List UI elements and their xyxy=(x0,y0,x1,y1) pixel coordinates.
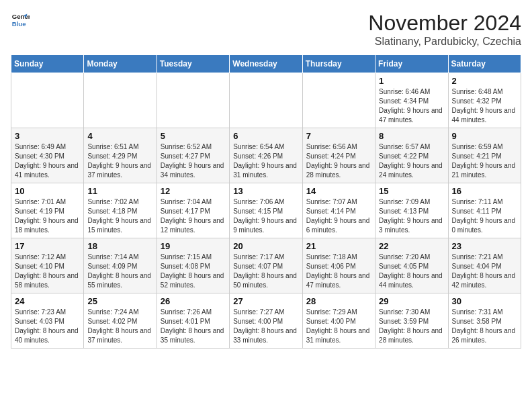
day-info: Sunrise: 6:51 AMSunset: 4:29 PMDaylight:… xyxy=(87,142,152,180)
week-row-5: 24Sunrise: 7:23 AMSunset: 4:03 PMDayligh… xyxy=(11,293,521,349)
day-info: Sunrise: 7:09 AMSunset: 4:13 PMDaylight:… xyxy=(379,197,444,235)
calendar-cell: 26Sunrise: 7:26 AMSunset: 4:01 PMDayligh… xyxy=(157,293,229,349)
day-number: 27 xyxy=(233,296,298,306)
day-number: 20 xyxy=(233,241,298,251)
calendar-cell: 11Sunrise: 7:02 AMSunset: 4:18 PMDayligh… xyxy=(84,183,157,238)
day-info: Sunrise: 7:27 AMSunset: 4:00 PMDaylight:… xyxy=(233,308,298,345)
calendar-cell: 9Sunrise: 6:59 AMSunset: 4:21 PMDaylight… xyxy=(448,128,521,183)
calendar-cell: 25Sunrise: 7:24 AMSunset: 4:02 PMDayligh… xyxy=(84,293,157,349)
calendar-body: 1Sunrise: 6:46 AMSunset: 4:34 PMDaylight… xyxy=(11,73,521,349)
location-title: Slatinany, Pardubicky, Czechia xyxy=(368,36,521,48)
weekday-header-monday: Monday xyxy=(84,55,157,73)
day-info: Sunrise: 7:29 AMSunset: 4:00 PMDaylight:… xyxy=(306,308,371,345)
calendar-cell: 22Sunrise: 7:20 AMSunset: 4:05 PMDayligh… xyxy=(375,238,448,293)
day-info: Sunrise: 7:17 AMSunset: 4:07 PMDaylight:… xyxy=(233,253,298,290)
day-number: 3 xyxy=(15,131,80,141)
day-info: Sunrise: 7:04 AMSunset: 4:17 PMDaylight:… xyxy=(161,197,226,235)
calendar-header: SundayMondayTuesdayWednesdayThursdayFrid… xyxy=(11,55,521,73)
day-number: 19 xyxy=(161,241,226,251)
week-row-2: 3Sunrise: 6:49 AMSunset: 4:30 PMDaylight… xyxy=(11,128,521,183)
calendar-cell: 30Sunrise: 7:31 AMSunset: 3:58 PMDayligh… xyxy=(448,293,521,349)
calendar-cell: 24Sunrise: 7:23 AMSunset: 4:03 PMDayligh… xyxy=(11,293,84,349)
calendar-cell: 10Sunrise: 7:01 AMSunset: 4:19 PMDayligh… xyxy=(11,183,84,238)
day-info: Sunrise: 6:52 AMSunset: 4:27 PMDaylight:… xyxy=(161,142,226,180)
day-number: 29 xyxy=(379,296,444,306)
day-info: Sunrise: 7:21 AMSunset: 4:04 PMDaylight:… xyxy=(452,253,517,290)
day-number: 15 xyxy=(379,186,444,196)
day-info: Sunrise: 6:54 AMSunset: 4:26 PMDaylight:… xyxy=(233,142,298,180)
weekday-header-wednesday: Wednesday xyxy=(230,55,302,73)
day-number: 9 xyxy=(452,131,517,141)
day-number: 10 xyxy=(15,186,80,196)
day-info: Sunrise: 7:01 AMSunset: 4:19 PMDaylight:… xyxy=(15,197,80,235)
calendar-cell: 15Sunrise: 7:09 AMSunset: 4:13 PMDayligh… xyxy=(375,183,448,238)
weekday-header-row: SundayMondayTuesdayWednesdayThursdayFrid… xyxy=(11,55,521,73)
day-info: Sunrise: 7:18 AMSunset: 4:06 PMDaylight:… xyxy=(306,253,371,290)
calendar-cell: 8Sunrise: 6:57 AMSunset: 4:22 PMDaylight… xyxy=(375,128,448,183)
day-info: Sunrise: 6:48 AMSunset: 4:32 PMDaylight:… xyxy=(452,87,517,125)
month-title: November 2024 xyxy=(368,11,521,36)
calendar-title-area: November 2024 Slatinany, Pardubicky, Cze… xyxy=(368,11,521,48)
day-info: Sunrise: 7:07 AMSunset: 4:14 PMDaylight:… xyxy=(306,197,371,235)
calendar-cell: 16Sunrise: 7:11 AMSunset: 4:11 PMDayligh… xyxy=(448,183,521,238)
day-info: Sunrise: 7:02 AMSunset: 4:18 PMDaylight:… xyxy=(87,197,152,235)
day-info: Sunrise: 7:31 AMSunset: 3:58 PMDaylight:… xyxy=(452,308,517,345)
page-header: General Blue General Blue November 2024 … xyxy=(11,11,521,48)
calendar-cell xyxy=(230,73,302,128)
svg-text:Blue: Blue xyxy=(12,20,26,28)
calendar-cell: 20Sunrise: 7:17 AMSunset: 4:07 PMDayligh… xyxy=(230,238,302,293)
calendar-cell xyxy=(302,73,375,128)
weekday-header-sunday: Sunday xyxy=(11,55,84,73)
calendar-cell: 28Sunrise: 7:29 AMSunset: 4:00 PMDayligh… xyxy=(302,293,375,349)
day-number: 14 xyxy=(306,186,371,196)
week-row-3: 10Sunrise: 7:01 AMSunset: 4:19 PMDayligh… xyxy=(11,183,521,238)
calendar-cell: 2Sunrise: 6:48 AMSunset: 4:32 PMDaylight… xyxy=(448,73,521,128)
day-number: 6 xyxy=(233,131,298,141)
weekday-header-saturday: Saturday xyxy=(448,55,521,73)
day-number: 28 xyxy=(306,296,371,306)
weekday-header-friday: Friday xyxy=(375,55,448,73)
day-info: Sunrise: 7:12 AMSunset: 4:10 PMDaylight:… xyxy=(15,253,80,290)
day-info: Sunrise: 7:11 AMSunset: 4:11 PMDaylight:… xyxy=(452,197,517,235)
day-number: 21 xyxy=(306,241,371,251)
calendar-cell: 1Sunrise: 6:46 AMSunset: 4:34 PMDaylight… xyxy=(375,73,448,128)
calendar-cell: 7Sunrise: 6:56 AMSunset: 4:24 PMDaylight… xyxy=(302,128,375,183)
calendar-cell xyxy=(157,73,229,128)
day-number: 24 xyxy=(15,296,80,306)
calendar-cell: 17Sunrise: 7:12 AMSunset: 4:10 PMDayligh… xyxy=(11,238,84,293)
day-number: 30 xyxy=(452,296,517,306)
day-number: 17 xyxy=(15,241,80,251)
calendar-cell: 18Sunrise: 7:14 AMSunset: 4:09 PMDayligh… xyxy=(84,238,157,293)
calendar-cell: 19Sunrise: 7:15 AMSunset: 4:08 PMDayligh… xyxy=(157,238,229,293)
day-number: 2 xyxy=(452,76,517,86)
calendar-cell: 3Sunrise: 6:49 AMSunset: 4:30 PMDaylight… xyxy=(11,128,84,183)
day-number: 26 xyxy=(161,296,226,306)
calendar-cell: 23Sunrise: 7:21 AMSunset: 4:04 PMDayligh… xyxy=(448,238,521,293)
day-info: Sunrise: 6:57 AMSunset: 4:22 PMDaylight:… xyxy=(379,142,444,180)
day-info: Sunrise: 7:30 AMSunset: 3:59 PMDaylight:… xyxy=(379,308,444,345)
calendar-cell: 5Sunrise: 6:52 AMSunset: 4:27 PMDaylight… xyxy=(157,128,229,183)
day-number: 16 xyxy=(452,186,517,196)
day-number: 12 xyxy=(161,186,226,196)
day-number: 13 xyxy=(233,186,298,196)
day-info: Sunrise: 6:56 AMSunset: 4:24 PMDaylight:… xyxy=(306,142,371,180)
day-number: 7 xyxy=(306,131,371,141)
day-info: Sunrise: 7:24 AMSunset: 4:02 PMDaylight:… xyxy=(87,308,152,345)
day-number: 23 xyxy=(452,241,517,251)
calendar-cell: 21Sunrise: 7:18 AMSunset: 4:06 PMDayligh… xyxy=(302,238,375,293)
calendar-cell: 4Sunrise: 6:51 AMSunset: 4:29 PMDaylight… xyxy=(84,128,157,183)
day-number: 18 xyxy=(87,241,152,251)
day-number: 4 xyxy=(87,131,152,141)
day-info: Sunrise: 7:23 AMSunset: 4:03 PMDaylight:… xyxy=(15,308,80,345)
calendar-table: SundayMondayTuesdayWednesdayThursdayFrid… xyxy=(11,54,521,349)
weekday-header-thursday: Thursday xyxy=(302,55,375,73)
day-number: 11 xyxy=(87,186,152,196)
day-info: Sunrise: 6:49 AMSunset: 4:30 PMDaylight:… xyxy=(15,142,80,180)
day-info: Sunrise: 7:20 AMSunset: 4:05 PMDaylight:… xyxy=(379,253,444,290)
week-row-1: 1Sunrise: 6:46 AMSunset: 4:34 PMDaylight… xyxy=(11,73,521,128)
day-info: Sunrise: 6:59 AMSunset: 4:21 PMDaylight:… xyxy=(452,142,517,180)
calendar-cell: 27Sunrise: 7:27 AMSunset: 4:00 PMDayligh… xyxy=(230,293,302,349)
day-number: 1 xyxy=(379,76,444,86)
day-number: 8 xyxy=(379,131,444,141)
logo: General Blue General Blue xyxy=(11,11,30,30)
